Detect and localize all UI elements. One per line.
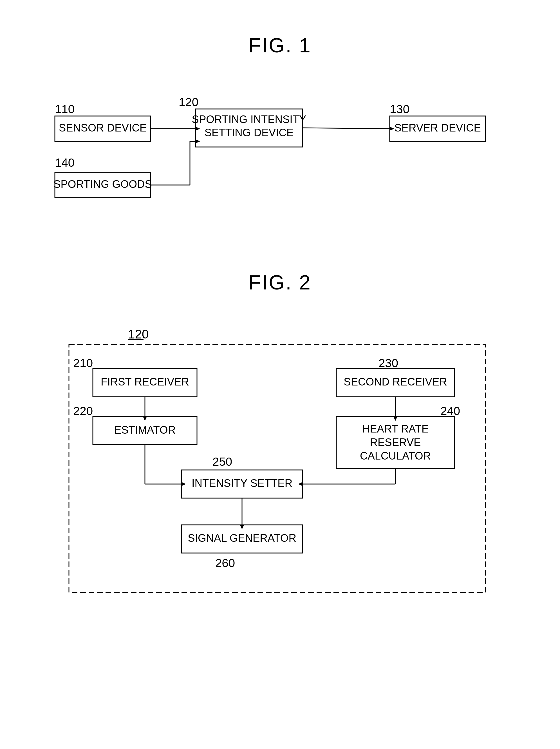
sporting-intensity-label2: SETTING DEVICE	[205, 127, 294, 138]
fig2-title: FIG. 2	[28, 271, 532, 294]
fig2-outer-label: 120	[128, 327, 149, 341]
fig2-220-label: 220	[73, 404, 93, 418]
sensor-device-label: SENSOR DEVICE	[59, 122, 147, 134]
fig1-server-id: 130	[390, 103, 409, 116]
fig2-section: FIG. 2 120 210 FIRST RECEIVER 230 SECOND…	[28, 271, 532, 604]
first-receiver-label: FIRST RECEIVER	[101, 376, 189, 388]
connector-sporting-server	[303, 128, 390, 129]
fig2-260-label: 260	[215, 556, 235, 570]
hrr-label3: CALCULATOR	[360, 450, 431, 462]
intensity-setter-label: INTENSITY SETTER	[192, 477, 292, 489]
fig2-diagram: 120 210 FIRST RECEIVER 230 SECOND RECEIV…	[41, 322, 519, 604]
sporting-intensity-label1: SPORTING INTENSITY	[192, 113, 307, 125]
fig1-diagram: 110 120 130 140 SENSOR DEVICE SPORTING I…	[29, 85, 531, 220]
server-device-label: SERVER DEVICE	[394, 122, 481, 134]
fig1-goods-id: 140	[55, 156, 74, 169]
fig2-240-label: 240	[441, 404, 460, 418]
hrr-label2: RESERVE	[370, 436, 421, 448]
fig2-250-label: 250	[212, 455, 232, 468]
estimator-label: ESTIMATOR	[114, 424, 176, 436]
fig1-sporting-id: 120	[179, 95, 198, 109]
fig2-210-label: 210	[73, 357, 93, 370]
second-receiver-label: SECOND RECEIVER	[343, 376, 447, 388]
signal-generator-label: SIGNAL GENERATOR	[188, 532, 296, 544]
sporting-goods-label: SPORTING GOODS	[53, 178, 152, 190]
fig1-sensor-id: 110	[55, 103, 74, 116]
fig1-title: FIG. 1	[28, 34, 532, 57]
page: FIG. 1 110 120 130 140 SENSOR DEVICE SPO…	[0, 0, 560, 749]
fig2-230-label: 230	[379, 357, 398, 370]
hrr-label1: HEART RATE	[362, 423, 429, 435]
fig1-section: FIG. 1 110 120 130 140 SENSOR DEVICE SPO…	[28, 17, 532, 220]
